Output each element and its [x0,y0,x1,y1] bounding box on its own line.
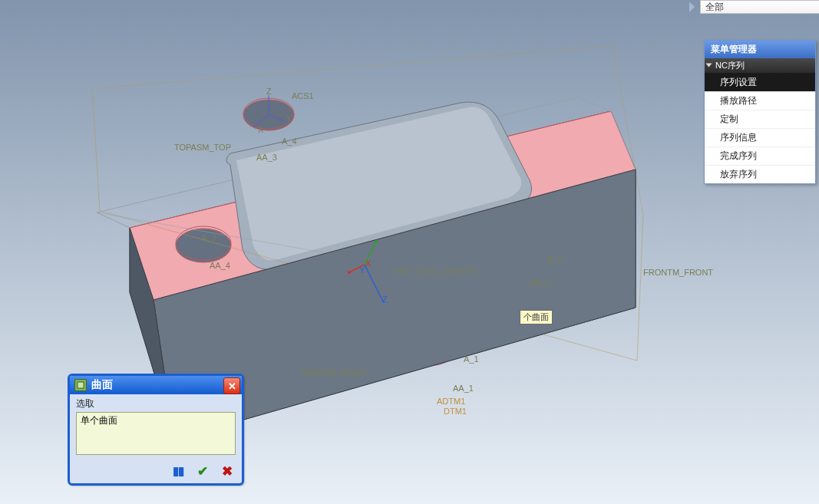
hover-tooltip: 个曲面 [520,310,553,324]
menu-item-quit-sequence[interactable]: 放弃序列 [705,165,815,183]
menu-item-sequence-info[interactable]: 序列信息 [705,128,815,147]
svg-rect-24 [78,382,84,388]
menu-item-customize[interactable]: 定制 [705,110,815,128]
surface-dialog-title-text: 曲面 [91,378,113,392]
surface-select-dialog: 曲面 ✕ 选取 ▮▮ ✔ ✖ [68,374,244,486]
menu-item-done-sequence[interactable]: 完成序列 [705,147,815,165]
menu-item-sequence-setup[interactable]: 序列设置 [705,73,815,91]
select-label: 选取 [76,397,236,410]
svg-point-19 [348,271,351,274]
cad-viewport[interactable]: 全部 [0,0,819,504]
ok-button[interactable]: ✔ [194,463,211,479]
pause-button[interactable]: ▮▮ [170,463,187,479]
surface-dialog-icon [74,379,87,391]
menu-manager-panel: 菜单管理器 NC序列 序列设置 播放路径 定制 序列信息 完成序列 放弃序列 [704,40,816,184]
cancel-button[interactable]: ✖ [219,463,236,479]
close-icon[interactable]: ✕ [223,377,240,394]
menu-section-nc-sequence[interactable]: NC序列 [705,58,815,73]
menu-item-play-path[interactable]: 播放路径 [705,91,815,110]
svg-point-20 [375,240,378,243]
surface-dialog-titlebar[interactable]: 曲面 ✕ [70,376,242,394]
menu-manager-title: 菜单管理器 [705,41,815,58]
surface-selection-list[interactable] [76,412,236,455]
